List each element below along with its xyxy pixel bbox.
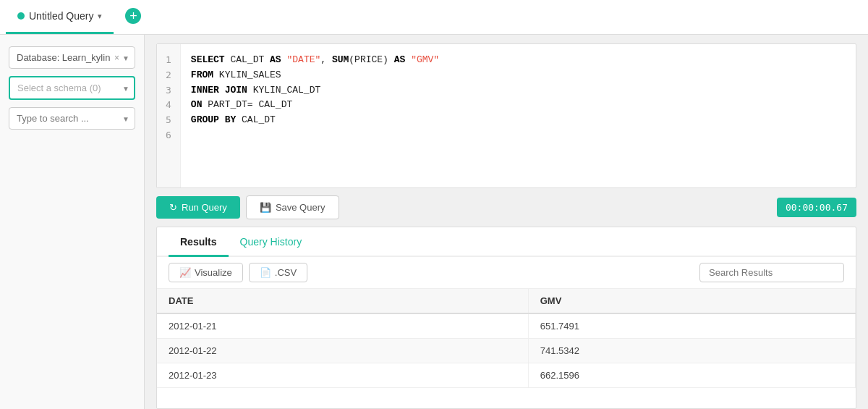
- table-search-input[interactable]: [9, 107, 135, 130]
- search-wrapper: [9, 107, 135, 130]
- add-tab-icon: +: [125, 8, 141, 24]
- query-toolbar: ↻ Run Query 💾 Save Query 00:00:00.67: [156, 188, 856, 227]
- code-content[interactable]: SELECT CAL_DT AS "DATE", SUM(PRICE) AS "…: [181, 44, 856, 187]
- code-editor[interactable]: 1 2 3 4 5 6 SELECT CAL_DT AS "DATE", SUM…: [156, 43, 856, 188]
- table-row: 2012-01-23662.1596: [157, 363, 856, 388]
- cell-date: 2012-01-21: [157, 313, 528, 339]
- cell-date: 2012-01-23: [157, 363, 528, 388]
- csv-button[interactable]: 📄 .CSV: [249, 263, 307, 282]
- search-results-input[interactable]: [699, 263, 844, 282]
- table-row: 2012-01-21651.7491: [157, 313, 856, 339]
- active-tab[interactable]: Untitled Query ▾: [6, 0, 114, 34]
- cell-gmv: 662.1596: [528, 363, 855, 388]
- line-numbers: 1 2 3 4 5 6: [157, 44, 181, 187]
- cell-gmv: 741.5342: [528, 339, 855, 363]
- refresh-icon: ↻: [169, 202, 177, 213]
- save-query-button[interactable]: 💾 Save Query: [246, 195, 339, 219]
- results-table: DATE GMV 2012-01-21651.74912012-01-22741…: [157, 289, 856, 388]
- database-select-wrapper: Database: Learn_kylin ×: [9, 46, 135, 69]
- col-header-date: DATE: [157, 289, 528, 313]
- col-header-gmv: GMV: [528, 289, 855, 313]
- visualize-label: Visualize: [195, 267, 232, 278]
- sidebar: Database: Learn_kylin × Select a schema …: [0, 35, 145, 409]
- csv-label: .CSV: [275, 267, 297, 278]
- add-tab-button[interactable]: +: [116, 0, 150, 34]
- chart-icon: 📈: [179, 267, 191, 278]
- content-area: 1 2 3 4 5 6 SELECT CAL_DT AS "DATE", SUM…: [145, 35, 868, 409]
- results-panel: Results Query History 📈 Visualize 📄 .CSV: [156, 227, 856, 409]
- results-table-wrapper: DATE GMV 2012-01-21651.74912012-01-22741…: [157, 289, 856, 408]
- save-icon: 💾: [260, 202, 271, 213]
- tab-bar: Untitled Query ▾ +: [0, 0, 868, 35]
- schema-select-wrapper: Select a schema (0): [9, 76, 135, 100]
- tab-dot: [17, 12, 25, 20]
- cell-gmv: 651.7491: [528, 313, 855, 339]
- cell-date: 2012-01-22: [157, 339, 528, 363]
- run-query-label: Run Query: [182, 202, 227, 213]
- save-query-label: Save Query: [276, 202, 326, 213]
- tab-query-history[interactable]: Query History: [229, 227, 314, 257]
- clear-database-icon[interactable]: ×: [114, 53, 119, 63]
- file-icon: 📄: [260, 267, 271, 278]
- main-layout: Database: Learn_kylin × Select a schema …: [0, 35, 868, 409]
- table-header-row: DATE GMV: [157, 289, 856, 313]
- results-tabs: Results Query History: [157, 227, 856, 257]
- run-query-button[interactable]: ↻ Run Query: [156, 196, 240, 219]
- results-actions: 📈 Visualize 📄 .CSV: [157, 257, 856, 289]
- query-time-badge: 00:00:00.67: [777, 198, 856, 217]
- table-row: 2012-01-22741.5342: [157, 339, 856, 363]
- visualize-button[interactable]: 📈 Visualize: [169, 263, 243, 282]
- tab-results[interactable]: Results: [169, 227, 229, 257]
- schema-select[interactable]: Select a schema (0): [9, 76, 135, 100]
- active-tab-label: Untitled Query: [29, 10, 93, 22]
- tab-chevron-icon[interactable]: ▾: [98, 12, 102, 21]
